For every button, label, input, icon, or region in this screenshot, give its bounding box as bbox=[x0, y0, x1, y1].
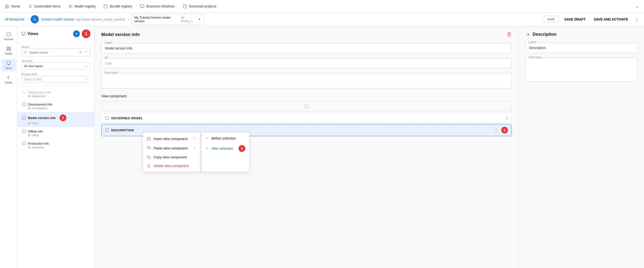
search-icon bbox=[24, 51, 27, 54]
sidebar-general-label: General bbox=[4, 38, 13, 41]
desc-description-field-group: Description bbox=[525, 58, 637, 83]
svg-point-11 bbox=[34, 19, 36, 20]
svg-rect-7 bbox=[104, 5, 108, 8]
sidebar-item-hooks[interactable]: Hooks bbox=[1, 73, 16, 86]
sidebar-item-fields[interactable]: Fields bbox=[1, 45, 16, 57]
view-component-label: View component: bbox=[101, 94, 512, 98]
context-menu-insert[interactable]: Insert view component bbox=[143, 134, 200, 143]
component-governed-model-name: GOVERNED MODEL bbox=[111, 116, 504, 120]
svg-rect-18 bbox=[9, 49, 10, 51]
submenu-before-label: Before selection bbox=[212, 136, 236, 140]
search-input[interactable] bbox=[29, 51, 78, 54]
context-menu: Insert view component Paste view compone… bbox=[143, 132, 201, 172]
svg-rect-37 bbox=[305, 105, 308, 108]
svg-rect-22 bbox=[22, 32, 25, 35]
component-description-icon bbox=[105, 128, 109, 132]
view-item-development[interactable]: Development info ID: development bbox=[17, 100, 94, 112]
context-menu-copy[interactable]: Copy view component bbox=[143, 153, 200, 161]
nav-governable[interactable]: Governable items bbox=[28, 4, 60, 9]
breadcrumb-sep-1: › bbox=[27, 17, 28, 22]
views-panel-title: Views bbox=[21, 32, 38, 36]
view-item-main[interactable]: Model version info 2 ID: main bbox=[17, 112, 94, 127]
view-item-deployment[interactable]: Deployment info ID: deployment bbox=[17, 88, 94, 100]
svg-rect-36 bbox=[23, 142, 26, 145]
save-activate-button[interactable]: SAVE AND ACTIVATE bbox=[591, 16, 631, 23]
add-view-button[interactable] bbox=[73, 31, 80, 37]
id-input bbox=[101, 58, 512, 68]
draft-button[interactable]: Draft bbox=[543, 16, 559, 23]
nav-governed-projects[interactable]: Governed projects bbox=[182, 4, 216, 9]
views-panel-header: Views 1 bbox=[17, 26, 94, 42]
description-field-label: Description bbox=[104, 71, 119, 74]
svg-rect-34 bbox=[23, 116, 26, 119]
view-type-chevron bbox=[84, 65, 88, 68]
displays-field-chevron bbox=[84, 78, 88, 81]
id-required: * bbox=[107, 56, 108, 59]
nav-bundle-registry[interactable]: Bundle registry bbox=[104, 4, 132, 9]
more-options-button[interactable]: ⋮ bbox=[634, 17, 639, 22]
badge-4: 4 bbox=[238, 145, 245, 152]
submenu-after-icon bbox=[205, 147, 209, 150]
nav-model-registry[interactable]: Model registry bbox=[68, 4, 96, 9]
svg-rect-17 bbox=[7, 49, 8, 51]
badge-1: 1 bbox=[82, 30, 90, 38]
submenu-after[interactable]: After selection 4 bbox=[202, 143, 249, 154]
view-type-dropdown[interactable]: All view types bbox=[21, 63, 90, 70]
description-field-group: Description bbox=[101, 73, 512, 89]
label-input[interactable] bbox=[101, 43, 512, 53]
sidebar-item-general[interactable]: General bbox=[1, 30, 16, 43]
nav-expand[interactable]: ⌄ bbox=[636, 4, 639, 9]
view-item-production[interactable]: Production info ID: production bbox=[17, 139, 94, 151]
save-draft-button[interactable]: SAVE DRAFT bbox=[562, 16, 588, 23]
desc-description-field-label: Description bbox=[528, 56, 543, 59]
view-type-label: View type bbox=[21, 59, 33, 62]
component-description-drag[interactable] bbox=[496, 129, 497, 132]
description-textarea[interactable] bbox=[101, 73, 512, 89]
view-item-development-id: ID: development bbox=[22, 107, 90, 110]
nav-bundle-registry-label: Bundle registry bbox=[110, 4, 132, 8]
nav-home[interactable]: Home bbox=[5, 4, 20, 9]
desc-description-textarea[interactable] bbox=[525, 58, 637, 82]
delete-view-button[interactable] bbox=[507, 32, 512, 38]
desc-panel-arrow-icon bbox=[525, 32, 530, 37]
search-box: × bbox=[21, 49, 90, 56]
view-item-offline[interactable]: Offline info ID: offline bbox=[17, 127, 94, 139]
context-menu-paste-chevron bbox=[193, 146, 196, 150]
desc-label-required: * bbox=[535, 41, 536, 44]
svg-rect-8 bbox=[140, 5, 144, 7]
context-menu-delete[interactable]: Delete view component bbox=[143, 161, 200, 170]
context-menu-insert-chevron bbox=[193, 136, 196, 141]
label-required: * bbox=[111, 41, 112, 44]
svg-line-28 bbox=[26, 53, 27, 54]
view-item-deployment-icon bbox=[22, 90, 26, 94]
svg-rect-33 bbox=[23, 103, 26, 106]
search-clear-button[interactable]: × bbox=[79, 50, 82, 55]
svg-point-32 bbox=[24, 92, 24, 93]
sidebar-item-views[interactable]: Views bbox=[1, 59, 16, 72]
displays-field-dropdown[interactable]: Select a field bbox=[21, 76, 90, 83]
desc-label-field-label: Label* bbox=[528, 41, 537, 44]
view-item-offline-name: Offline info bbox=[28, 130, 43, 133]
view-item-production-id: ID: production bbox=[22, 146, 90, 149]
form-panel-header: Model version info bbox=[101, 32, 512, 38]
nav-business-initiatives[interactable]: Business initiatives bbox=[140, 4, 175, 9]
svg-point-6 bbox=[70, 6, 71, 7]
breadcrumb-blueprint-name[interactable]: Govern model version (bp.system.govern_m… bbox=[41, 17, 125, 21]
breadcrumb-blueprint-icon bbox=[31, 15, 39, 24]
view-item-development-name: Development info bbox=[28, 103, 52, 106]
desc-label-input[interactable] bbox=[525, 43, 637, 53]
component-drop-zone bbox=[101, 101, 512, 112]
nav-home-label: Home bbox=[11, 4, 20, 8]
component-governed-model-drag[interactable] bbox=[506, 117, 508, 120]
label-field-label: Label* bbox=[104, 41, 113, 44]
search-label: Search bbox=[21, 45, 30, 48]
submenu-before[interactable]: Before selection bbox=[202, 134, 249, 143]
context-menu-insert-label: Insert view component bbox=[154, 137, 188, 141]
context-menu-paste[interactable]: Paste view component bbox=[143, 143, 200, 153]
context-menu-wrapper: Insert view component Paste view compone… bbox=[143, 132, 250, 172]
submenu: Before selection After selection 4 bbox=[201, 132, 250, 172]
breadcrumb-all-blueprints[interactable]: All Blueprints bbox=[5, 17, 24, 21]
breadcrumb-version-dropdown[interactable]: My Tutorial Govern model version ID: bv.… bbox=[131, 14, 204, 25]
filter-sort-icon[interactable] bbox=[84, 51, 88, 55]
desc-panel-header: Description bbox=[525, 32, 637, 37]
